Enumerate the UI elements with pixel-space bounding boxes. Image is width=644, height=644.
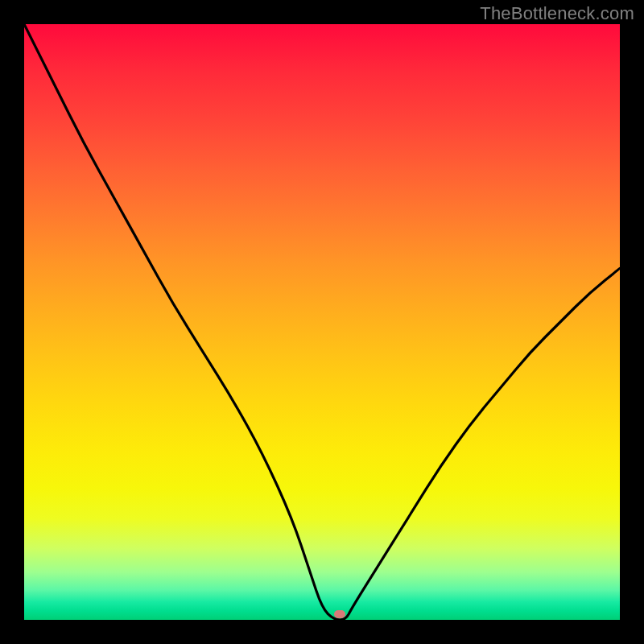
- optimal-point-marker: [334, 610, 345, 618]
- chart-frame: TheBottleneck.com: [0, 0, 644, 644]
- bottleneck-curve: [24, 24, 620, 620]
- plot-area: [24, 24, 620, 620]
- watermark-text: TheBottleneck.com: [480, 3, 634, 24]
